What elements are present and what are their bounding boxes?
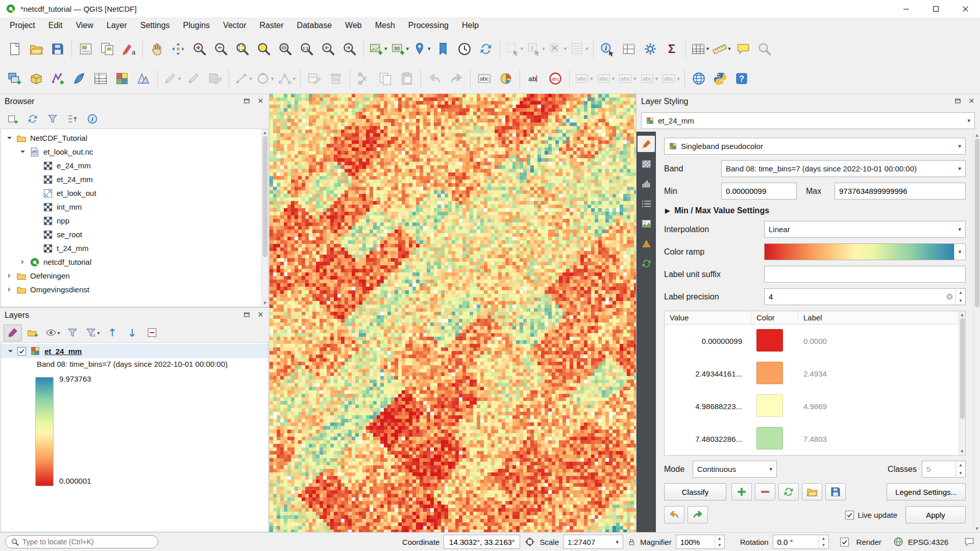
extents-toggle-icon[interactable] — [524, 536, 535, 547]
browser-item-int-mm[interactable]: int_mm — [1, 200, 268, 214]
close-panel-icon[interactable] — [968, 97, 975, 107]
spinner-arrows[interactable]: ▲▼ — [819, 535, 828, 548]
style-manager-button[interactable]: a — [118, 37, 139, 61]
highlight-pinned-labels-button[interactable]: ab — [523, 66, 545, 91]
new-temporary-scratch-layer-button[interactable] — [68, 66, 90, 91]
apply-button[interactable]: Apply — [905, 506, 966, 523]
new-geopackage-layer-button[interactable] — [26, 66, 47, 91]
expand-icon[interactable] — [19, 259, 26, 265]
collapse-icon[interactable] — [7, 348, 14, 354]
data-source-manager-button[interactable] — [4, 66, 26, 91]
float-panel-icon[interactable] — [243, 311, 251, 320]
measure-button[interactable]: ▾ — [710, 37, 732, 61]
browser-item-et-look-out-nc[interactable]: et_look_out.nc — [1, 145, 268, 159]
new-shapefile-layer-button[interactable] — [47, 66, 68, 91]
collapse-icon[interactable] — [19, 149, 26, 155]
browser-item-netcdf-tutorial[interactable]: netcdf_tutorial — [1, 255, 268, 269]
zoom-next-button[interactable] — [339, 37, 360, 61]
band-select[interactable]: Band 08: time_bins=7 (days since 2022-10… — [721, 160, 966, 177]
new-raster-layer-button[interactable] — [111, 66, 133, 91]
open-attribute-table-button[interactable]: ▾ — [689, 37, 711, 61]
browser-item-et-24-mm[interactable]: et_24_mm — [1, 172, 268, 186]
python-console-button[interactable] — [709, 66, 731, 91]
zoom-to-layer-button[interactable] — [275, 37, 296, 61]
options-button[interactable] — [640, 37, 661, 61]
browser-item-omgevingsdienst[interactable]: Omgevingsdienst — [1, 283, 268, 296]
color-map-row[interactable]: 2.49344161...2.4934 — [665, 357, 965, 390]
legend-settings-button[interactable]: Legend Settings... — [887, 483, 966, 500]
scale-select[interactable]: 1:27407 ▾ — [563, 535, 623, 549]
menu-project[interactable]: Project — [3, 18, 42, 33]
browser-item-netcdf-tutorial[interactable]: NetCDF_Tutorial — [1, 131, 268, 145]
current-edits-button[interactable]: ▾ — [161, 66, 183, 91]
select-features-button[interactable]: ▾ — [503, 37, 525, 61]
menu-plugins[interactable]: Plugins — [177, 18, 216, 33]
filter-legend-button[interactable] — [63, 324, 82, 341]
label-precision-spin[interactable]: ▲▼ — [764, 288, 966, 305]
spinner-arrows[interactable]: ▲▼ — [955, 461, 965, 477]
move-label-button[interactable]: abc▾ — [616, 66, 638, 91]
browser-item-t-24-mm[interactable]: t_24_mm — [1, 241, 268, 255]
rotation-input[interactable] — [777, 538, 819, 546]
delete-selected-button[interactable] — [325, 66, 347, 91]
browser-scrollbar[interactable]: ▲▼ — [261, 129, 268, 307]
rotate-label-button[interactable]: abc▾ — [638, 66, 660, 91]
maximize-button[interactable] — [921, 0, 950, 17]
messages-icon[interactable] — [964, 536, 975, 547]
render-type-select[interactable]: Singleband pseudocolor ▾ — [664, 138, 966, 155]
mode-select[interactable]: Continuous ▾ — [693, 461, 777, 478]
color-swatch[interactable] — [756, 427, 783, 449]
new-print-layout-button[interactable] — [75, 37, 96, 61]
save-project-button[interactable] — [47, 37, 68, 61]
zoom-last-button[interactable] — [317, 37, 339, 61]
refresh-browser-button[interactable] — [23, 111, 42, 128]
menu-mesh[interactable]: Mesh — [369, 18, 402, 33]
expand-icon[interactable] — [6, 273, 13, 279]
spinner-arrows[interactable]: ▲▼ — [715, 535, 724, 548]
magnifier-input[interactable] — [680, 538, 715, 546]
expand-icon[interactable] — [6, 287, 13, 292]
clear-value-icon[interactable] — [943, 292, 955, 301]
undo-button[interactable] — [424, 66, 446, 91]
remove-class-button[interactable] — [755, 483, 775, 500]
menu-help[interactable]: Help — [455, 18, 485, 33]
color-map-row[interactable]: 4.98688223...4.9869 — [665, 390, 965, 422]
menu-processing[interactable]: Processing — [402, 18, 455, 33]
classify-button[interactable]: Classify — [664, 483, 726, 500]
close-panel-icon[interactable] — [257, 97, 264, 107]
show-bookmarks-button[interactable] — [432, 37, 454, 61]
color-map-row[interactable]: 0.000000990.0000 — [665, 324, 965, 357]
styling-tab-rendering[interactable] — [638, 215, 655, 232]
spinner-arrows[interactable]: ▲▼ — [955, 289, 965, 305]
styling-tab-pyramids[interactable] — [638, 235, 655, 252]
open-layer-styling-button[interactable] — [4, 324, 22, 341]
label-precision-input[interactable] — [769, 292, 943, 301]
close-panel-icon[interactable] — [257, 311, 264, 320]
max-input[interactable] — [835, 183, 966, 199]
map-tips-button[interactable] — [732, 37, 754, 61]
load-color-ramp-button[interactable] — [778, 483, 799, 500]
select-by-form-button[interactable]: ▾ — [568, 37, 590, 61]
zoom-out-button[interactable] — [210, 37, 232, 61]
column-header-color[interactable]: Color — [751, 311, 798, 324]
deselect-features-button[interactable]: ▾ — [547, 37, 569, 61]
filter-browser-button[interactable] — [43, 111, 62, 128]
collapse-icon[interactable] — [6, 135, 13, 141]
vertex-tool-button[interactable]: ▾ — [276, 66, 298, 91]
manage-map-themes-button[interactable]: ▾ — [43, 324, 62, 341]
copy-features-button[interactable] — [375, 66, 396, 91]
nominatim-search-button[interactable] — [754, 37, 775, 61]
classes-input[interactable] — [926, 465, 955, 473]
pin-unpin-labels-button[interactable]: abc▾ — [573, 66, 595, 91]
color-map-row[interactable]: 7.48032286...7.4803 — [665, 422, 965, 455]
zoom-full-extent-button[interactable] — [232, 37, 253, 61]
zoom-native-resolution-button[interactable]: 1:1 — [296, 37, 317, 61]
new-3d-map-view-button[interactable]: 3D▾ — [389, 37, 411, 61]
add-class-button[interactable] — [731, 483, 752, 500]
column-header-label[interactable]: Label — [798, 311, 965, 324]
browser-properties-button[interactable]: i — [83, 111, 102, 128]
render-checkbox[interactable] — [840, 538, 849, 546]
browser-item-et-look-out[interactable]: et_look_out — [1, 186, 268, 200]
menu-database[interactable]: Database — [290, 18, 339, 33]
temporal-controller-button[interactable] — [454, 37, 475, 61]
